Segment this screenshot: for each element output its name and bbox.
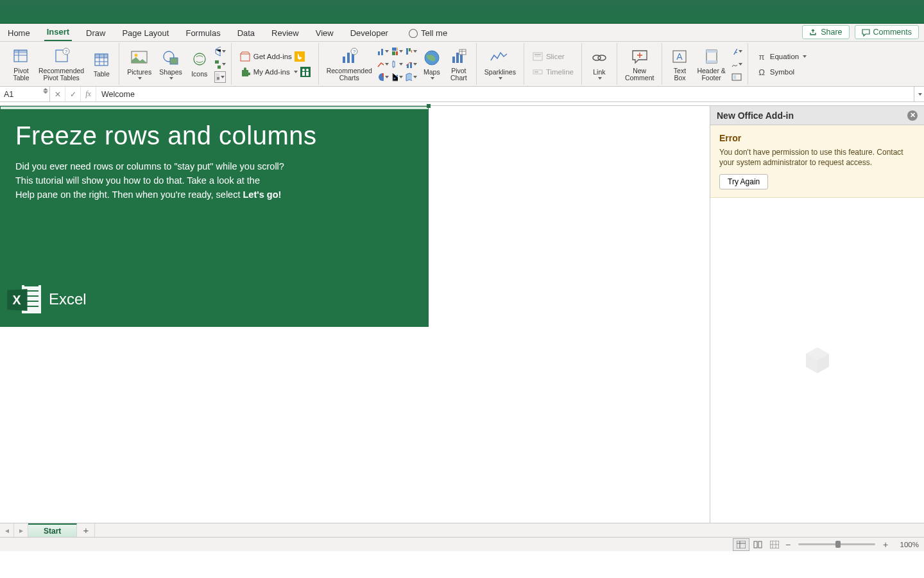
signature-button[interactable]	[731, 58, 742, 70]
svg-rect-35	[393, 62, 395, 67]
svg-rect-10	[170, 58, 178, 64]
new-comment-button[interactable]: New Comment	[622, 46, 657, 83]
name-box-dropdown[interactable]	[43, 88, 48, 94]
maps-button[interactable]: Maps	[420, 47, 444, 81]
share-label: Share	[821, 28, 842, 37]
scatter-chart-button[interactable]	[391, 71, 403, 83]
tab-view[interactable]: View	[313, 26, 336, 41]
task-pane-close-button[interactable]: ✕	[907, 110, 918, 121]
hierarchy-chart-button[interactable]	[391, 46, 403, 57]
enter-formula-button[interactable]: ✓	[65, 87, 81, 101]
fx-button[interactable]: fx	[81, 87, 96, 101]
timeline-label: Timeline	[546, 68, 574, 76]
object-button[interactable]	[731, 71, 742, 83]
svg-rect-33	[392, 51, 395, 55]
tab-review[interactable]: Review	[269, 26, 302, 41]
combo-chart-button[interactable]	[406, 58, 417, 70]
svg-rect-1	[14, 50, 27, 53]
tab-insert[interactable]: Insert	[44, 24, 72, 41]
text-box-button[interactable]: A Text Box	[667, 46, 692, 83]
ribbon-group-comments: New Comment	[617, 43, 663, 85]
pivot-chart-button[interactable]: Pivot Chart	[447, 46, 471, 83]
waterfall-chart-button[interactable]	[406, 46, 417, 57]
get-addins-button[interactable]: Get Add-ins	[237, 49, 313, 64]
svg-rect-46	[452, 57, 455, 63]
tab-developer[interactable]: Developer	[348, 26, 391, 41]
tab-formulas[interactable]: Formulas	[183, 26, 223, 41]
formula-input[interactable]: Welcome	[96, 87, 914, 101]
share-button[interactable]: Share	[802, 25, 849, 39]
header-footer-label: Header & Footer	[697, 67, 725, 82]
svg-rect-69	[758, 541, 762, 548]
zoom-in-button[interactable]: +	[880, 539, 891, 550]
shapes-button[interactable]: Shapes	[157, 47, 185, 81]
name-box-value: A1	[4, 90, 13, 99]
bing-icon	[295, 51, 305, 62]
slicer-button: Slicer	[529, 49, 576, 64]
equation-button[interactable]: π Equation	[753, 49, 809, 64]
svg-rect-49	[459, 49, 466, 55]
svg-rect-48	[460, 55, 463, 63]
tell-me[interactable]: Tell me	[406, 26, 450, 41]
store-icon	[239, 51, 251, 62]
name-box[interactable]: A1	[0, 87, 50, 101]
svg-rect-20	[302, 72, 305, 76]
text-box-label: Text Box	[674, 67, 686, 82]
column-chart-button[interactable]	[377, 46, 389, 57]
tab-draw[interactable]: Draw	[83, 26, 108, 41]
comments-button[interactable]: Comments	[855, 25, 919, 39]
svg-rect-23	[347, 53, 350, 63]
svg-rect-40	[409, 48, 411, 51]
recommended-charts-button[interactable]: ? Recommended Charts	[324, 46, 375, 83]
view-normal-button[interactable]	[733, 538, 749, 551]
view-page-break-button[interactable]	[766, 538, 783, 551]
pictures-icon	[130, 48, 149, 67]
add-sheet-button[interactable]: +	[77, 523, 95, 537]
tell-me-label: Tell me	[421, 28, 447, 38]
new-comment-label: New Comment	[625, 67, 654, 82]
zoom-slider[interactable]	[798, 543, 875, 545]
tab-page-layout[interactable]: Page Layout	[119, 26, 171, 41]
tab-home[interactable]: Home	[5, 26, 33, 41]
sheet-nav-next[interactable]: ▸	[14, 523, 28, 537]
text-more: A	[731, 46, 742, 83]
svg-rect-14	[218, 66, 221, 69]
new-comment-icon	[630, 47, 649, 66]
equation-label: Equation	[770, 53, 799, 60]
screenshot-button[interactable]	[214, 71, 226, 83]
zoom-out-button[interactable]: −	[783, 539, 793, 550]
statistic-chart-button[interactable]	[391, 58, 403, 70]
icons-button[interactable]: Icons	[187, 49, 212, 79]
recommended-pivot-button[interactable]: ? Recommended Pivot Tables	[36, 46, 87, 83]
svg-rect-32	[397, 48, 398, 51]
expand-formula-bar[interactable]	[914, 87, 924, 101]
svg-rect-21	[306, 72, 309, 76]
sparklines-button[interactable]: Sparklines	[482, 47, 518, 81]
sheet-tab-start[interactable]: Start	[28, 523, 77, 537]
pictures-button[interactable]: Pictures	[124, 47, 154, 81]
line-chart-button[interactable]	[377, 58, 389, 70]
sheet-area[interactable]: Freeze rows and columns Did you ever nee…	[0, 106, 710, 523]
3d-models-button[interactable]	[214, 46, 226, 57]
pivot-table-button[interactable]: Pivot Table	[9, 46, 33, 83]
my-addins-button[interactable]: My Add-ins	[237, 65, 313, 79]
table-button[interactable]: Table	[89, 49, 114, 79]
try-again-button[interactable]: Try Again	[719, 174, 768, 189]
wordart-button[interactable]: A	[731, 46, 742, 57]
cancel-formula-button[interactable]: ✕	[50, 87, 65, 101]
selection-handle[interactable]	[427, 104, 431, 108]
link-button[interactable]: Link	[587, 47, 612, 81]
tab-data[interactable]: Data	[235, 26, 257, 41]
zoom-level[interactable]: 100%	[891, 541, 919, 548]
map-chart-button[interactable]	[406, 71, 417, 83]
ribbon-group-addins: Get Add-ins My Add-ins	[232, 43, 319, 85]
tutorial-welcome-cell: Freeze rows and columns Did you ever nee…	[0, 110, 429, 327]
header-footer-button[interactable]: Header & Footer	[694, 46, 728, 83]
sheet-nav-prev[interactable]: ◂	[0, 523, 14, 537]
sparklines-label: Sparklines	[484, 69, 516, 76]
symbol-button[interactable]: Ω Symbol	[753, 65, 809, 79]
smartart-button[interactable]	[214, 58, 226, 70]
pie-chart-button[interactable]	[377, 71, 389, 83]
zoom-slider-thumb[interactable]	[835, 541, 841, 548]
view-page-layout-button[interactable]	[749, 538, 766, 551]
